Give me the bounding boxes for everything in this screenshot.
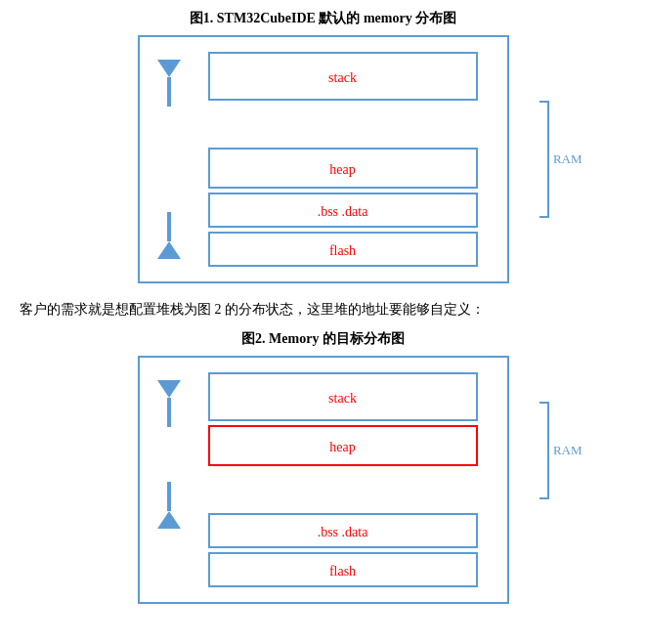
fig2-stack-block: stack: [208, 372, 478, 421]
fig1-spacer: [208, 105, 478, 144]
fig1-arrows-col: [140, 47, 198, 272]
figure1-wrapper: stack heap .bss .data flash RAM: [118, 35, 529, 283]
fig2-arrows-col: [140, 367, 198, 592]
fig1-ram-label: RAM: [539, 101, 582, 218]
figure2-title: 图2. Memory 的目标分布图: [20, 330, 626, 348]
figure1-diagram: stack heap .bss .data flash: [138, 35, 509, 283]
fig2-arrow-up: [157, 482, 181, 529]
fig1-bss-block: .bss .data: [208, 193, 478, 228]
fig2-bss-block: .bss .data: [208, 513, 478, 548]
figure2-diagram: stack heap .bss .data flash: [138, 356, 509, 604]
fig2-heap-block: heap: [208, 425, 478, 466]
figure1-title: 图1. STM32CubeIDE 默认的 memory 分布图: [20, 10, 626, 27]
fig1-arrow-down: [157, 60, 181, 107]
fig1-heap-block: heap: [208, 148, 478, 189]
fig1-stack-block: stack: [208, 52, 478, 101]
fig2-flash-block: flash: [208, 552, 478, 587]
fig1-blocks-col: stack heap .bss .data flash: [198, 47, 488, 272]
fig1-flash-block: flash: [208, 232, 478, 267]
fig2-blocks-col: stack heap .bss .data flash: [198, 367, 488, 592]
figure2-wrapper: stack heap .bss .data flash RAM: [118, 356, 529, 604]
fig2-ram-label: RAM: [539, 402, 582, 499]
middle-text: 客户的需求就是想配置堆栈为图 2 的分布状态，这里堆的地址要能够自定义：: [20, 299, 626, 321]
fig1-right-spacer: [488, 47, 507, 272]
fig1-arrow-up: [157, 212, 181, 259]
fig2-arrow-down: [157, 380, 181, 427]
fig2-spacer: [208, 470, 478, 509]
fig2-right-spacer: [488, 367, 507, 592]
